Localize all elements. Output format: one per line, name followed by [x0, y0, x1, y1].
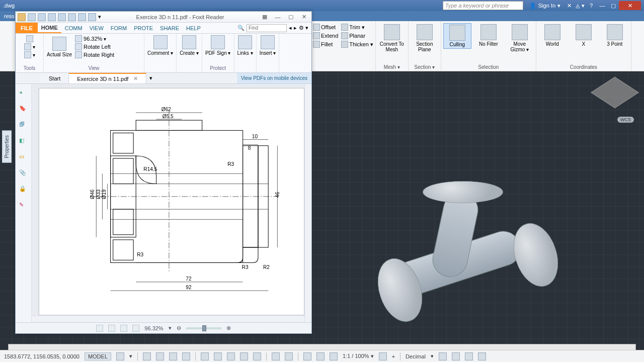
rotate-left-button[interactable]: Rotate Left — [75, 43, 114, 50]
zoom-out-icon[interactable]: ⊖ — [177, 325, 181, 331]
fx-minimize[interactable]: — — [272, 14, 283, 20]
extend-button[interactable]: Extend — [313, 32, 338, 40]
status-icon[interactable] — [285, 352, 293, 360]
doctab-start[interactable]: Start — [41, 73, 69, 83]
open-icon[interactable] — [28, 13, 36, 21]
tab-view[interactable]: VIEW — [86, 23, 107, 33]
signatures-icon[interactable]: ✎ — [19, 202, 28, 211]
qat-icon[interactable] — [58, 13, 66, 21]
print-icon[interactable] — [48, 13, 56, 21]
create-button[interactable]: Create ▾ — [180, 35, 199, 56]
status-icon[interactable] — [240, 352, 248, 360]
planar-button[interactable]: Planar — [341, 32, 373, 40]
convert-to-mesh-button[interactable]: Convert To Mesh — [378, 23, 406, 53]
x-ucs-button[interactable]: X — [570, 23, 598, 48]
rotate-right-button[interactable]: Rotate Right — [75, 51, 114, 58]
file-tab[interactable]: FILE — [16, 23, 38, 33]
tab-home[interactable]: HOME — [38, 23, 61, 33]
osnap-toggle[interactable] — [182, 352, 190, 360]
section-plane-button[interactable]: Section Plane — [411, 23, 439, 53]
close-button[interactable]: ✕ — [619, 1, 641, 10]
culling-button[interactable]: Culling — [443, 23, 471, 49]
status-icon[interactable] — [272, 352, 280, 360]
qat-icon[interactable] — [68, 13, 76, 21]
tab-share[interactable]: SHARE — [156, 23, 183, 33]
doctab-current[interactable]: Exercice 3D n 11.pdf✕ — [69, 73, 146, 83]
polar-toggle[interactable] — [169, 352, 177, 360]
pages-icon[interactable]: 🗐 — [19, 121, 28, 130]
tab-protect[interactable]: PROTE — [130, 23, 156, 33]
menu-item[interactable]: ress — [4, 13, 15, 19]
signin-button[interactable]: 👤 Sign In ▾ — [529, 3, 560, 9]
view-mode-icon[interactable] — [96, 325, 103, 332]
properties-palette-tab[interactable]: Properties — [2, 131, 12, 163]
zoom-slider[interactable] — [186, 327, 221, 329]
collapse-icon[interactable]: ◂ — [19, 89, 28, 98]
view-mode-icon[interactable] — [120, 325, 127, 332]
find-input[interactable] — [247, 24, 287, 32]
wcs-badge[interactable]: WCS — [617, 117, 634, 123]
save-icon[interactable] — [38, 13, 46, 21]
undo-icon[interactable] — [78, 13, 86, 21]
search-icon[interactable]: 🔍 — [237, 25, 245, 31]
customize-status[interactable] — [478, 352, 486, 360]
thicken-button[interactable]: Thicken ▾ — [341, 40, 373, 48]
help-search-input[interactable]: Type a keyword or phrase — [443, 1, 523, 10]
offset-button[interactable]: Offset — [313, 23, 338, 31]
comments-icon[interactable]: ▭ — [19, 153, 28, 162]
status-icon[interactable] — [201, 352, 209, 360]
status-icon[interactable] — [439, 352, 447, 360]
horizontal-scrollbar[interactable] — [32, 315, 304, 322]
status-icon[interactable] — [379, 352, 387, 360]
zoom-dropdown[interactable]: 96.32% ▾ — [75, 35, 114, 42]
bookmark-icon[interactable]: 🔖 — [19, 105, 28, 114]
snapshot-tool[interactable]: ▾ — [24, 51, 35, 58]
security-icon[interactable]: 🔒 — [19, 186, 28, 195]
units-readout[interactable]: Decimal — [406, 353, 426, 359]
tab-form[interactable]: FORM — [107, 23, 130, 33]
trim-button[interactable]: Trim ▾ — [341, 23, 373, 31]
vertical-scrollbar[interactable] — [304, 84, 311, 322]
model-space-button[interactable]: MODEL — [85, 352, 111, 360]
insert-button[interactable]: Insert ▾ — [260, 35, 276, 56]
world-ucs-button[interactable]: World — [538, 23, 567, 48]
find-options-icon[interactable]: ⚙ ▾ — [299, 25, 308, 31]
fx-close[interactable]: ✕ — [298, 14, 309, 20]
fx-maximize[interactable]: ▢ — [285, 14, 296, 20]
select-text-tool[interactable]: ▾ — [24, 43, 35, 50]
status-icon[interactable] — [316, 352, 325, 360]
app-icon[interactable] — [18, 13, 26, 21]
hand-tool[interactable] — [26, 35, 33, 42]
pdf-sign-button[interactable]: PDF Sign ▾ — [205, 35, 231, 56]
fillet-button[interactable]: Fillet — [313, 40, 338, 48]
attachments-icon[interactable]: 📎 — [19, 169, 28, 178]
ribbon-toggle-icon[interactable]: ▦ — [259, 14, 270, 20]
ortho-toggle[interactable] — [156, 352, 164, 360]
doctab-dropdown-icon[interactable]: ▾ — [149, 75, 152, 81]
zoom-in-icon[interactable]: ⊕ — [226, 325, 231, 331]
no-filter-button[interactable]: No Filter — [474, 23, 503, 48]
page-view[interactable]: Ø62 Ø5.5 R14.5 R3 10 8 46 Ø46 Ø33 Ø19 R3… — [32, 84, 311, 322]
three-point-ucs-button[interactable]: 3 Point — [601, 23, 629, 48]
view-mode-icon[interactable] — [108, 325, 115, 332]
status-icon[interactable] — [227, 352, 235, 360]
minimize-button[interactable]: — — [597, 1, 608, 10]
app-menu-icon[interactable]: ◬ ▾ — [575, 1, 586, 10]
tab-comment[interactable]: COMM — [61, 23, 86, 33]
snap-toggle[interactable] — [143, 352, 151, 360]
actual-size-button[interactable]: Actual Size — [47, 37, 72, 57]
mobile-banner[interactable]: View PDFs on mobile devices — [237, 73, 311, 83]
view-mode-icon[interactable] — [132, 325, 139, 332]
status-icon[interactable] — [253, 352, 261, 360]
move-gizmo-button[interactable]: Move Gizmo ▾ — [506, 23, 534, 53]
exchange-icon[interactable]: ✕ — [564, 1, 575, 10]
help-icon[interactable]: ? — [586, 1, 597, 10]
layers-icon[interactable]: ◧ — [19, 137, 28, 146]
comment-button[interactable]: Comment ▾ — [147, 35, 173, 56]
close-tab-icon[interactable]: ✕ — [133, 75, 138, 82]
tab-help[interactable]: HELP — [183, 23, 204, 33]
status-icon[interactable] — [330, 352, 338, 360]
links-button[interactable]: Links ▾ — [237, 35, 253, 56]
grid-toggle[interactable] — [116, 352, 124, 360]
maximize-button[interactable]: ▢ — [608, 1, 619, 10]
